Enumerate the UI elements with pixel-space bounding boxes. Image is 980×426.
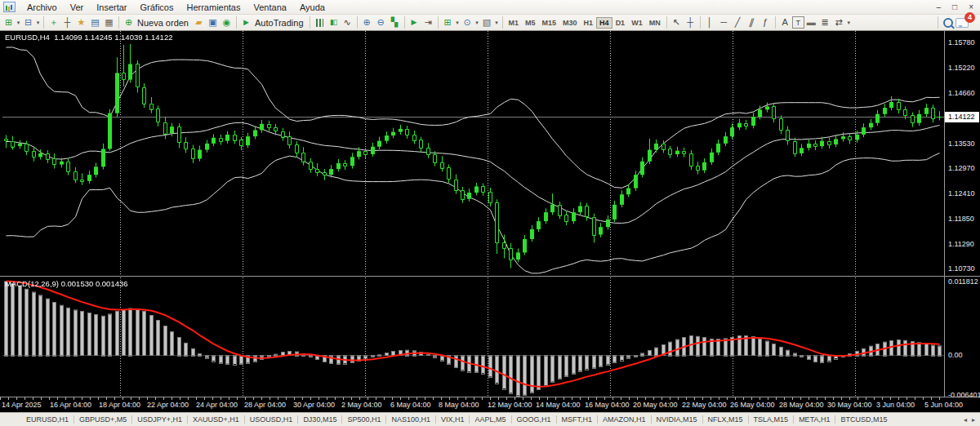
- zoom-in-icon[interactable]: ⊕: [360, 16, 374, 29]
- line-chart-icon[interactable]: ∿: [341, 16, 354, 29]
- toolbar-separator: [404, 16, 405, 29]
- autotrading-icon[interactable]: ►: [239, 16, 253, 29]
- menu-insertar[interactable]: Insertar: [90, 2, 133, 13]
- arrows-caret-icon[interactable]: ▾: [846, 20, 852, 26]
- tab-goog[interactable]: GOOG,H1: [511, 415, 556, 424]
- vertical-line-icon[interactable]: │: [703, 16, 717, 29]
- tab-meta[interactable]: META,H1: [793, 415, 835, 424]
- favorites-icon[interactable]: ★: [74, 16, 88, 29]
- tab-eurusd[interactable]: EURUSD,H1: [21, 415, 74, 424]
- fibonacci-icon[interactable]: ƒ: [759, 16, 773, 29]
- menu-herramientas[interactable]: Herramientas: [180, 2, 247, 13]
- price-tick: 1.11850: [948, 215, 974, 223]
- timeframe-mn-button[interactable]: MN: [646, 17, 664, 29]
- toolbar-separator: [666, 16, 667, 29]
- time-tick: 14 May 04:00: [536, 401, 581, 409]
- tab-nas100[interactable]: NAS100,H1: [385, 415, 435, 424]
- new-order-button[interactable]: Nueva orden: [136, 18, 192, 28]
- new-order-icon[interactable]: ⊕: [122, 16, 136, 29]
- close-button[interactable]: ×: [969, 3, 973, 11]
- tab-gbpusd[interactable]: GBPUSD+,M5: [74, 415, 131, 424]
- cursor-icon[interactable]: ↖: [670, 16, 684, 29]
- time-tick: 8 May 04:00: [439, 401, 479, 409]
- tab-nflx[interactable]: NFLX,M15: [702, 415, 748, 424]
- notifications-icon[interactable]: 4: [955, 16, 969, 29]
- navigator-icon[interactable]: ▤: [88, 16, 102, 29]
- new-chart-caret-icon[interactable]: ▾: [16, 20, 21, 26]
- pane-splitter[interactable]: [0, 276, 980, 277]
- restore-button[interactable]: □: [952, 3, 957, 11]
- menu-graficos[interactable]: Gráficos: [134, 2, 180, 13]
- menu-archivo[interactable]: Archivo: [20, 2, 64, 13]
- signals-icon[interactable]: ◉: [220, 16, 234, 29]
- tab-dj30[interactable]: DJ30,M15: [297, 415, 341, 424]
- tab-btcusd[interactable]: BTCUSD,M15: [835, 415, 892, 424]
- indicators-caret-icon[interactable]: ▾: [455, 20, 461, 26]
- tab-scroll-right-icon[interactable]: ▸: [972, 416, 975, 424]
- price-tick: 1.15780: [948, 38, 975, 47]
- tile-windows-icon[interactable]: ▚: [388, 16, 402, 29]
- magnifier-glyph: [943, 18, 953, 28]
- text-tool-icon[interactable]: A: [778, 16, 792, 29]
- profiles-icon[interactable]: ⊟: [21, 16, 35, 29]
- tab-aapl[interactable]: AAPL,M5: [469, 415, 510, 424]
- crosshair-window-icon[interactable]: ┼: [60, 16, 74, 29]
- window-controls: – □ ×: [937, 3, 980, 11]
- menu-ver[interactable]: Ver: [64, 2, 91, 13]
- market-watch-icon[interactable]: ＋: [47, 16, 60, 29]
- tab-msft[interactable]: MSFT,H1: [556, 415, 598, 424]
- menu-ventana[interactable]: Ventana: [247, 2, 293, 13]
- search-icon[interactable]: [941, 16, 955, 29]
- profiles-caret-icon[interactable]: ▾: [35, 20, 41, 26]
- timeframe-m1-button[interactable]: M1: [506, 17, 523, 29]
- tab-usdjpy[interactable]: USDJPY+,H1: [131, 415, 187, 424]
- tab-tsla[interactable]: TSLA,M15: [748, 415, 794, 424]
- timeframe-m30-button[interactable]: M30: [559, 17, 581, 29]
- symbol-period-label: EURUSD,H4: [5, 33, 50, 42]
- indicators-icon[interactable]: ⊞: [441, 16, 455, 29]
- periods-caret-icon[interactable]: ▾: [474, 20, 480, 26]
- timeframe-h1-button[interactable]: H1: [581, 17, 597, 29]
- price-tick: 1.14660: [948, 89, 975, 97]
- new-chart-icon[interactable]: ⊞: [2, 16, 16, 29]
- data-window-icon[interactable]: ▦: [102, 16, 116, 29]
- tab-xauusd[interactable]: XAUUSD+,H1: [187, 415, 244, 424]
- periods-icon[interactable]: ⊙: [461, 16, 474, 29]
- time-tick: 30 Apr 04:00: [293, 401, 335, 409]
- time-tick: 18 Apr 04:00: [99, 401, 140, 409]
- arrows-tool-icon[interactable]: ⇄: [832, 16, 846, 29]
- shapes-icon[interactable]: ▬: [804, 16, 818, 29]
- time-tick: 28 May 04:00: [779, 401, 824, 409]
- tab-scroll-left-icon[interactable]: ◂: [964, 416, 967, 424]
- candlestick-chart-icon[interactable]: ▮▯: [327, 16, 341, 29]
- terminal-icon[interactable]: ▣: [206, 16, 220, 29]
- crosshair-icon[interactable]: ┼: [684, 16, 697, 29]
- auto-scroll-icon[interactable]: ▶: [408, 16, 421, 29]
- macd-indicator-canvas[interactable]: [2, 277, 944, 397]
- tab-vix[interactable]: VIX,H1: [435, 415, 470, 424]
- tab-usousd[interactable]: USOUSD,H1: [244, 415, 298, 424]
- bar-chart-icon[interactable]: [313, 16, 327, 29]
- cycle-lines-icon[interactable]: ≣: [818, 16, 832, 29]
- tab-nvidia[interactable]: NVIDIA,M15: [651, 415, 702, 424]
- zoom-out-icon[interactable]: ⊖: [374, 16, 388, 29]
- menu-ayuda[interactable]: Ayuda: [293, 2, 332, 13]
- tab-sp500[interactable]: SP500,H1: [341, 415, 385, 424]
- timeframe-d1-button[interactable]: D1: [612, 17, 629, 29]
- price-chart-canvas[interactable]: [2, 31, 944, 275]
- chart-shift-icon[interactable]: ⇥: [421, 16, 435, 29]
- timeframe-w1-button[interactable]: W1: [628, 17, 646, 29]
- timeframe-m15-button[interactable]: M15: [539, 17, 560, 29]
- templates-caret-icon[interactable]: ▾: [494, 20, 500, 26]
- autotrading-button[interactable]: AutoTrading: [253, 18, 307, 28]
- tab-amazon[interactable]: AMAZON,H1: [597, 415, 651, 424]
- timeframe-m5-button[interactable]: M5: [522, 17, 539, 29]
- horizontal-line-icon[interactable]: ─: [717, 16, 731, 29]
- timeframe-h4-button[interactable]: H4: [596, 17, 612, 29]
- text-label-tool-icon[interactable]: T: [792, 16, 804, 29]
- minimize-button[interactable]: –: [937, 3, 942, 11]
- templates-icon[interactable]: ▧: [480, 16, 494, 29]
- time-tick: 2 May 04:00: [341, 401, 382, 409]
- depth-of-market-icon[interactable]: ▰: [192, 16, 206, 29]
- time-tick: 30 May 04:00: [827, 401, 872, 409]
